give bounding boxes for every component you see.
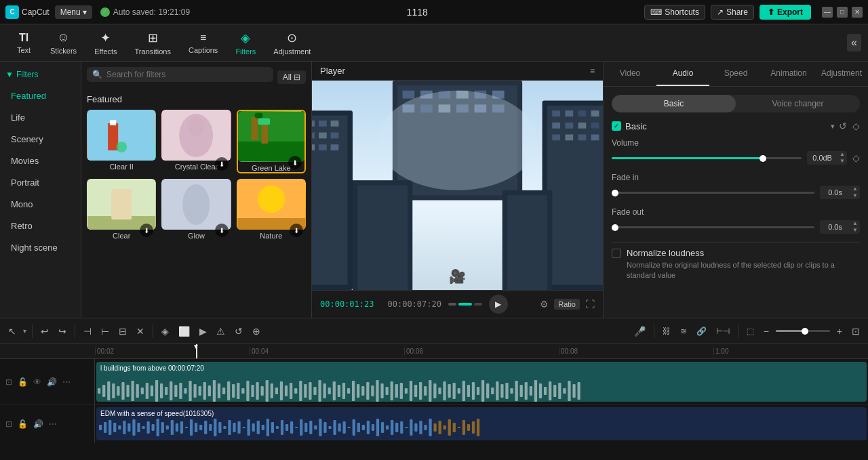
zoom-out-icon[interactable]: − bbox=[761, 323, 772, 339]
audio-sync-button[interactable]: ≋ bbox=[677, 324, 690, 339]
zoom-slider[interactable] bbox=[776, 330, 830, 332]
fade-out-slider[interactable] bbox=[612, 226, 814, 228]
tool-captions[interactable]: ≡ Captions bbox=[180, 29, 226, 57]
filter-card-crystal[interactable]: ⬇ Crystal Clear bbox=[161, 110, 231, 173]
volume-keyframe-icon[interactable]: ◇ bbox=[852, 152, 860, 163]
filter-card-clear2[interactable]: Clear II bbox=[87, 110, 156, 173]
sidebar-item-portrait[interactable]: Portrait bbox=[3, 172, 78, 193]
filter-card-clear[interactable]: ⬇ Clear bbox=[87, 179, 156, 240]
share-button[interactable]: ↗ Share bbox=[711, 5, 754, 20]
basic-collapse-icon[interactable]: ▾ bbox=[831, 122, 835, 131]
flip-button[interactable]: ⚠ bbox=[214, 323, 228, 339]
split-both-button[interactable]: ⊟ bbox=[116, 323, 130, 339]
tab-speed[interactable]: Speed bbox=[709, 62, 762, 86]
collapse-panel-button[interactable]: « bbox=[847, 34, 861, 51]
tool-effects[interactable]: ✦ Effects bbox=[86, 28, 125, 58]
sidebar-item-night-scene[interactable]: Night scene bbox=[3, 237, 78, 258]
voice-changer-tab[interactable]: Voice changer bbox=[736, 95, 860, 112]
frame-button[interactable]: ⬜ bbox=[176, 323, 193, 339]
all-filter-button[interactable]: All ⊟ bbox=[277, 70, 306, 84]
filter-download-glow[interactable]: ⬇ bbox=[215, 224, 229, 237]
audio-track-volume-icon[interactable]: 🔊 bbox=[32, 418, 45, 430]
filter-card-greenlake[interactable]: ⬇ Green Lake bbox=[237, 110, 306, 173]
fade-in-up[interactable]: ▲ bbox=[850, 186, 860, 192]
sidebar-item-life[interactable]: Life bbox=[3, 107, 78, 128]
sidebar-item-retro[interactable]: Retro bbox=[3, 215, 78, 236]
tool-stickers[interactable]: ☺ Stickers bbox=[42, 28, 85, 58]
audio-track-expand-icon[interactable]: ⊡ bbox=[4, 418, 14, 430]
diamond-icon[interactable]: ◇ bbox=[852, 121, 860, 131]
select-tool-button[interactable]: ↖ bbox=[5, 323, 19, 339]
search-bar[interactable]: 🔍 bbox=[87, 67, 273, 82]
search-input[interactable] bbox=[106, 70, 268, 79]
filter-download-crystal[interactable]: ⬇ bbox=[215, 157, 229, 171]
tool-filters[interactable]: ◈ Filters bbox=[227, 28, 264, 58]
player-menu-icon[interactable]: ≡ bbox=[590, 66, 595, 76]
fade-out-arrows[interactable]: ▲ ▼ bbox=[850, 220, 860, 234]
track-lock-icon[interactable]: 🔓 bbox=[16, 376, 29, 388]
align-button[interactable]: ⊢⊣ bbox=[713, 324, 732, 339]
minimize-button[interactable]: — bbox=[822, 7, 833, 18]
sidebar-item-scenery[interactable]: Scenery bbox=[3, 129, 78, 150]
transform-button[interactable]: ⊕ bbox=[250, 323, 263, 339]
shortcuts-button[interactable]: ⌨ Shortcuts bbox=[644, 5, 705, 20]
volume-arrows[interactable]: ▲ ▼ bbox=[837, 151, 847, 165]
fit-timeline-button[interactable]: ⊡ bbox=[849, 323, 863, 339]
freeze-button[interactable]: ⬚ bbox=[744, 324, 757, 339]
volume-down[interactable]: ▼ bbox=[837, 158, 847, 165]
fade-in-slider[interactable] bbox=[612, 192, 814, 194]
audio-track-lock-icon[interactable]: 🔓 bbox=[16, 418, 29, 430]
menu-button[interactable]: Menu ▾ bbox=[55, 5, 92, 19]
tab-adjustment[interactable]: Adjustment bbox=[815, 62, 868, 86]
split-button[interactable]: ⊣ bbox=[81, 323, 94, 339]
sidebar-item-featured[interactable]: Featured bbox=[3, 85, 78, 106]
rotate-button[interactable]: ↺ bbox=[232, 323, 245, 339]
delete-button[interactable]: ✕ bbox=[134, 323, 147, 339]
tool-text[interactable]: TI Text bbox=[7, 29, 41, 57]
player-settings-icon[interactable]: ⚙ bbox=[540, 299, 549, 310]
filter-card-glow[interactable]: ⬇ Glow bbox=[161, 179, 231, 240]
play-button[interactable]: ▶ bbox=[489, 295, 508, 314]
video-track-clip[interactable]: l buildings from above 00:00:07:20 bbox=[96, 362, 867, 402]
tab-animation[interactable]: Animation bbox=[762, 62, 815, 86]
fade-out-up[interactable]: ▲ bbox=[850, 220, 860, 227]
fade-in-down[interactable]: ▼ bbox=[850, 192, 860, 199]
redo-button[interactable]: ↪ bbox=[56, 323, 69, 339]
fade-out-down[interactable]: ▼ bbox=[850, 227, 860, 234]
split-right-button[interactable]: ⊢ bbox=[98, 323, 112, 339]
basic-check[interactable]: ✓ bbox=[612, 121, 621, 131]
mic-button[interactable]: 🎤 bbox=[631, 323, 648, 339]
track-expand-icon[interactable]: ⊡ bbox=[4, 376, 14, 388]
volume-up[interactable]: ▲ bbox=[837, 151, 847, 158]
sidebar-item-movies[interactable]: Movies bbox=[3, 150, 78, 171]
play-range-button[interactable]: ▶ bbox=[197, 323, 210, 339]
fade-in-arrows[interactable]: ▲ ▼ bbox=[850, 186, 860, 199]
crop-button[interactable]: ◈ bbox=[159, 323, 172, 339]
link-button[interactable]: 🔗 bbox=[694, 324, 709, 339]
track-more-icon[interactable]: ⋯ bbox=[61, 376, 72, 388]
normalize-checkbox[interactable] bbox=[612, 249, 621, 258]
audio-track-clip[interactable]: EDM with a sense of speed(1016305) bbox=[96, 407, 867, 440]
camera-rotate-icon[interactable]: 🎥 bbox=[449, 268, 466, 285]
maximize-button[interactable]: □ bbox=[837, 7, 848, 18]
filter-download-nature[interactable]: ⬇ bbox=[290, 224, 303, 237]
tab-video[interactable]: Video bbox=[604, 62, 656, 86]
fullscreen-icon[interactable]: ⛶ bbox=[585, 299, 595, 310]
link-audio-button[interactable]: ⛓ bbox=[660, 324, 673, 339]
audio-track-more-icon[interactable]: ⋯ bbox=[47, 418, 58, 430]
filter-download-greenlake[interactable]: ⬇ bbox=[288, 156, 302, 169]
sidebar-item-mono[interactable]: Mono bbox=[3, 194, 78, 215]
basic-tab[interactable]: Basic bbox=[612, 95, 736, 112]
playhead[interactable] bbox=[196, 344, 197, 358]
reset-icon[interactable]: ↺ bbox=[839, 121, 847, 131]
export-button[interactable]: ⬆ Export bbox=[760, 5, 811, 20]
track-eye-icon[interactable]: 👁 bbox=[32, 376, 43, 388]
tab-audio[interactable]: Audio bbox=[656, 62, 709, 86]
undo-button[interactable]: ↩ bbox=[38, 323, 52, 339]
volume-slider[interactable] bbox=[612, 157, 802, 159]
zoom-in-icon[interactable]: + bbox=[834, 323, 845, 339]
close-button[interactable]: ✕ bbox=[852, 7, 863, 18]
filter-card-nature[interactable]: ⬇ Nature bbox=[237, 179, 306, 240]
track-volume-icon[interactable]: 🔊 bbox=[45, 376, 58, 388]
tool-transitions[interactable]: ⊞ Transitions bbox=[127, 28, 179, 58]
